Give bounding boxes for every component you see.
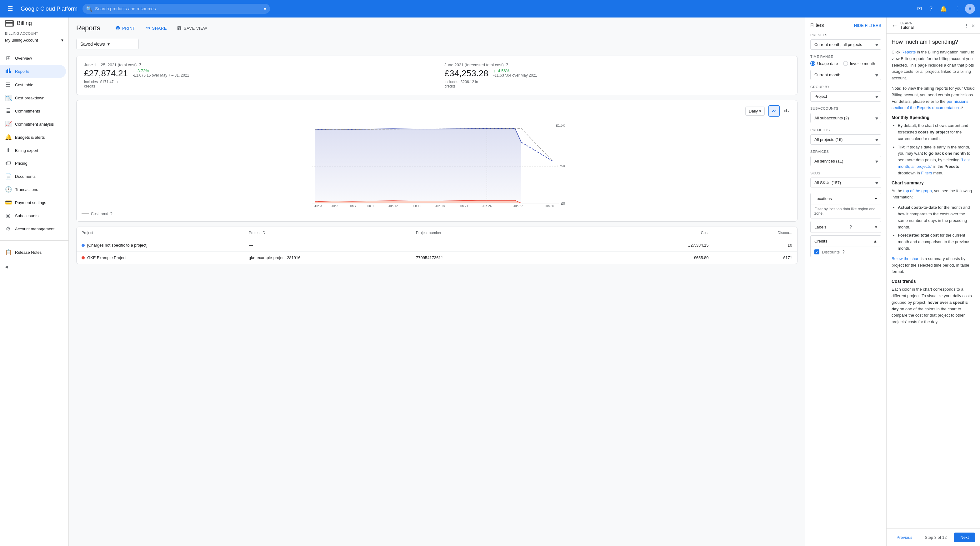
sidebar-item-release-notes[interactable]: 📋 Release Notes — [0, 246, 66, 259]
invoice-month-radio[interactable] — [843, 61, 848, 66]
presets-section: Presets Current month, all projects ▾ — [810, 33, 881, 50]
reports-link[interactable]: Reports — [902, 50, 916, 54]
locations-body: Filter by location data like region and … — [811, 204, 881, 218]
sidebar-item-cost-table[interactable]: ☰ Cost table — [0, 78, 66, 91]
menu-icon[interactable]: ☰ — [5, 3, 16, 15]
locations-chevron: ▾ — [875, 196, 877, 201]
svg-text:Jun 3: Jun 3 — [314, 204, 322, 208]
tutorial-back-button[interactable]: ← — [892, 22, 898, 29]
line-chart-btn[interactable] — [768, 105, 780, 116]
project-id-2: gke-example-project-281916 — [249, 255, 416, 260]
svg-rect-4 — [6, 70, 6, 73]
presets-select[interactable]: Current month, all projects — [810, 39, 881, 50]
search-icon: 🔍 — [86, 6, 92, 12]
svg-text:Jun 5: Jun 5 — [332, 204, 339, 208]
notifications-icon[interactable]: 🔔 — [937, 3, 950, 15]
search-dropdown-icon[interactable]: ▾ — [264, 6, 266, 12]
services-select[interactable]: All services (11) — [810, 156, 881, 166]
chart-summary-item-2: Forecasted total cost for the current mo… — [898, 232, 975, 252]
top-graph-link[interactable]: top of the graph — [904, 188, 932, 193]
top-nav: ☰ Google Cloud Platform 🔍 ▾ ✉ ? 🔔 ⋮ A — [0, 0, 980, 18]
sidebar-item-pricing[interactable]: 🏷 Pricing — [0, 157, 66, 170]
sidebar-item-label: Commitments — [15, 109, 40, 113]
tutorial-prev-button[interactable]: Previous — [892, 533, 918, 542]
print-button[interactable]: PRINT — [113, 24, 138, 32]
below-chart-link[interactable]: Below the chart — [892, 256, 920, 261]
save-view-label: SAVE VIEW — [184, 26, 207, 30]
reports-header: Reports PRINT SHARE SAVE VIEW — [76, 24, 797, 32]
locations-header[interactable]: Locations ▾ — [811, 193, 881, 204]
skus-select[interactable]: All SKUs (157) — [810, 178, 881, 188]
hide-filters-button[interactable]: HIDE FILTERS — [854, 23, 881, 28]
bar-chart-btn[interactable] — [781, 105, 792, 116]
projects-filter-section: Projects All projects (16) ▾ — [810, 128, 881, 145]
chart-legend: Cost trend ? — [81, 211, 792, 216]
labels-header[interactable]: Labels ? ▾ — [811, 221, 881, 232]
sidebar-item-commitments[interactable]: ≣ Commitments — [0, 104, 66, 118]
actual-cost-change: ↓ -3.72% — [133, 68, 189, 73]
save-view-button[interactable]: SAVE VIEW — [174, 24, 210, 32]
tutorial-close-icon[interactable]: ✕ — [971, 23, 975, 28]
forecast-cost-change: ↓ -4.56% — [493, 68, 537, 73]
sidebar-item-commitment-analysis[interactable]: 📈 Commitment analysis — [0, 118, 66, 131]
cost-1: £27,384.15 — [583, 243, 708, 248]
forecast-cost-sub: includes -£206.12 in credits — [445, 80, 488, 88]
usage-date-option[interactable]: Usage date — [810, 61, 838, 66]
discounts-checkbox[interactable]: ✓ — [815, 249, 819, 255]
main-content: Reports PRINT SHARE SAVE VIEW — [69, 18, 805, 546]
project-dot-2 — [81, 256, 85, 259]
sidebar-item-subaccounts[interactable]: ◉ Subaccounts — [0, 209, 66, 222]
budgets-icon: 🔔 — [5, 134, 11, 141]
subaccounts-select[interactable]: All subaccounts (2) — [810, 113, 881, 123]
print-label: PRINT — [122, 26, 135, 30]
sidebar-item-transactions[interactable]: 🕐 Transactions — [0, 183, 66, 196]
sidebar-item-documents[interactable]: 📄 Documents — [0, 170, 66, 183]
forecast-help-icon[interactable]: ? — [506, 62, 508, 67]
saved-views-dropdown[interactable]: Saved views ▾ — [76, 39, 139, 49]
group-by-select[interactable]: Project — [810, 91, 881, 102]
sidebar-item-cost-breakdown[interactable]: 📉 Cost breakdown — [0, 91, 66, 104]
share-label: SHARE — [152, 26, 167, 30]
avatar[interactable]: A — [965, 4, 975, 14]
sidebar-item-account-management[interactable]: ⚙ Account management — [0, 222, 66, 236]
search-input[interactable] — [83, 4, 270, 14]
mail-icon[interactable]: ✉ — [915, 3, 924, 15]
help-icon[interactable]: ? — [927, 3, 935, 15]
sidebar-item-overview[interactable]: ⊞ Overview — [0, 52, 66, 65]
sidebar-item-label: Payment settings — [15, 201, 46, 205]
credits-header[interactable]: Credits ▲ — [811, 236, 881, 247]
group-by-label: Group by — [810, 85, 881, 89]
table-row: [Charges not specific to a project] — £2… — [76, 239, 797, 252]
sidebar-item-payment-settings[interactable]: 💳 Payment settings — [0, 196, 66, 209]
sidebar-item-label: Subaccounts — [15, 213, 38, 218]
below-chart-text: Below the chart is a summary of costs by… — [892, 256, 975, 275]
sidebar-collapse-btn[interactable]: ◀ — [0, 261, 68, 272]
sidebar-item-label: Reports — [15, 69, 29, 74]
labels-help-icon[interactable]: ? — [850, 224, 852, 229]
svg-rect-9 — [786, 109, 787, 113]
more-icon[interactable]: ⋮ — [952, 3, 963, 15]
cost-trend-help-icon[interactable]: ? — [110, 211, 113, 216]
services-select-wrapper: All services (11) ▾ — [810, 156, 881, 166]
permissions-link[interactable]: permissions section of the Reports docum… — [892, 99, 969, 110]
data-table: Project Project ID Project number Cost D… — [76, 227, 797, 264]
period-select[interactable]: Current month — [810, 70, 881, 80]
credits-label: Credits — [815, 239, 827, 244]
tutorial-more-icon[interactable]: ⋮ — [964, 23, 969, 28]
sidebar-item-billing-export[interactable]: ⬆ Billing export — [0, 144, 66, 157]
granularity-select[interactable]: Daily ▾ — [745, 107, 765, 116]
billing-account-select[interactable]: My Billing Account ▾ — [5, 37, 64, 44]
tutorial-header-center: LEARN Tutorial — [900, 21, 962, 30]
actual-help-icon[interactable]: ? — [138, 62, 141, 67]
share-button[interactable]: SHARE — [143, 24, 169, 32]
invoice-month-option[interactable]: Invoice month — [843, 61, 875, 66]
payment-icon: 💳 — [5, 199, 11, 206]
sidebar-item-budgets-alerts[interactable]: 🔔 Budgets & alerts — [0, 131, 66, 144]
sidebar-item-reports[interactable]: Reports — [0, 65, 66, 78]
tutorial-next-button[interactable]: Next — [954, 533, 975, 542]
filters-link[interactable]: Filters — [921, 170, 932, 175]
projects-select[interactable]: All projects (16) — [810, 134, 881, 145]
discounts-help-icon[interactable]: ? — [842, 249, 845, 255]
cost-table-icon: ☰ — [5, 81, 11, 88]
usage-date-radio[interactable] — [810, 61, 815, 66]
